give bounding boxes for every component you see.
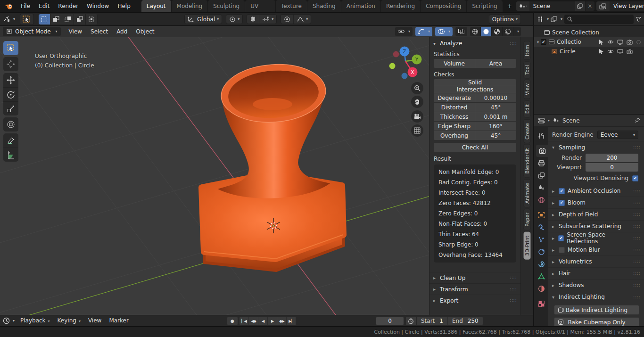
editor-type-button[interactable]: ▾ [3, 16, 15, 23]
shading-material-button[interactable] [492, 27, 503, 36]
panel-drag-handle[interactable]: ∷∷ [633, 145, 640, 150]
rotate-tool[interactable] [3, 87, 18, 101]
panel-drag-handle[interactable]: ∷∷ [633, 189, 640, 194]
shading-dropdown[interactable]: ▾ [513, 27, 521, 36]
properties-editor-type-button[interactable]: ▾ [538, 118, 550, 123]
panel-drag-handle[interactable]: ∷∷ [633, 212, 640, 217]
tab-modifier-properties[interactable] [534, 221, 548, 233]
viewport-disable-monitor-icon[interactable] [617, 49, 623, 54]
pan-view-button[interactable] [411, 96, 423, 108]
select-mode-invert-button[interactable] [74, 14, 86, 25]
proportional-falloff-dropdown[interactable]: ▾ [293, 15, 311, 24]
workspace-tab-modeling[interactable]: Modeling [172, 0, 208, 12]
use-preview-range-button[interactable] [406, 317, 416, 325]
area-button[interactable]: Area [475, 59, 516, 68]
shading-wireframe-button[interactable] [470, 27, 481, 36]
tab-paper[interactable]: Paper [524, 209, 531, 230]
check-label-button[interactable]: Overhang [434, 131, 475, 140]
timeline-menu-playback[interactable]: Playback [17, 315, 54, 327]
start-frame-field[interactable]: Start1 [417, 317, 448, 325]
check-all-button[interactable]: Check All [434, 143, 516, 152]
xray-toggle-button[interactable] [455, 27, 467, 36]
check-value-field[interactable]: 0.00010 [475, 93, 516, 102]
panel-depth-of-field[interactable]: ✔ Depth of Field ∷∷ [548, 208, 644, 220]
timeline-menu-marker[interactable]: Marker [105, 315, 132, 327]
render-engine-dropdown[interactable]: Eevee ▾ [597, 131, 638, 139]
panel-checkbox[interactable]: ✔ [558, 235, 564, 241]
blender-logo-icon[interactable] [5, 3, 13, 10]
tab-edit[interactable]: Edit [524, 100, 531, 117]
check-intersections-button[interactable]: Intersections [434, 86, 516, 93]
panel-drag-handle[interactable]: ∷∷ [633, 295, 640, 300]
menu-item[interactable]: File [17, 0, 34, 12]
select-mode-subtract-button[interactable] [62, 14, 74, 25]
workspace-tab-rendering[interactable]: Rendering [381, 0, 421, 12]
check-label-button[interactable]: Thickness [434, 112, 475, 121]
tab-object-data-properties[interactable] [534, 270, 548, 282]
viewport-samples-field[interactable]: 0 [586, 163, 638, 172]
render-disable-camera-icon[interactable] [627, 49, 633, 54]
panel-drag-handle[interactable]: ∷∷ [510, 41, 517, 46]
navigation-gizmo[interactable]: Z Y X [387, 41, 425, 81]
mode-dropdown[interactable]: Object Mode ▾ [3, 27, 61, 36]
panel-drag-handle[interactable]: ∷∷ [633, 271, 640, 276]
active-tool-button[interactable] [20, 14, 34, 25]
menu-item[interactable]: View [65, 26, 86, 37]
object-visibility-dropdown[interactable]: ▾ [395, 27, 413, 36]
workspace-tab-texture-paint[interactable]: Texture Paint [276, 0, 307, 12]
panel-transform[interactable]: ▸ Transform ∷∷ [429, 283, 520, 295]
panel-drag-handle[interactable]: ∷∷ [510, 298, 517, 303]
workspace-tab-shading[interactable]: Shading [307, 0, 341, 12]
panel-ambient-occlusion[interactable]: ✔ Ambient Occlusion ∷∷ [548, 185, 644, 197]
bake-cubemap-only-button[interactable]: Bake Cubemap Only [554, 317, 639, 326]
zoom-view-button[interactable] [411, 82, 423, 94]
play-button[interactable]: ▶ [268, 317, 277, 325]
panel-hair[interactable]: ✔ Hair ∷∷ [548, 267, 644, 279]
hide-eye-icon[interactable] [607, 40, 614, 44]
panel-drag-handle[interactable]: ∷∷ [510, 275, 517, 280]
expand-arrow-icon[interactable]: ▾ [537, 40, 539, 44]
tab-tool[interactable]: Tool [524, 61, 531, 78]
check-value-field[interactable]: 45° [475, 103, 516, 112]
scene-name-field[interactable]: Scene [529, 3, 575, 9]
analyze-panel-header[interactable]: ▾ Analyze ∷∷ [429, 37, 520, 49]
panel-shadows[interactable]: ✔ Shadows ∷∷ [548, 279, 644, 291]
timeline-menu-view[interactable]: View [84, 315, 105, 327]
outliner-search[interactable] [564, 15, 634, 24]
shading-solid-button[interactable] [481, 27, 492, 36]
tab-scene-properties[interactable] [534, 181, 548, 194]
overlays-toggle-dropdown[interactable]: ▾ [435, 27, 453, 36]
play-reverse-button[interactable]: ◀ [258, 317, 268, 325]
panel-bloom[interactable]: ✔ Bloom ∷∷ [548, 197, 644, 208]
check-value-field[interactable]: 45° [475, 131, 516, 140]
select-mode-intersect-button[interactable] [86, 14, 98, 25]
render-samples-field[interactable]: 200 [586, 154, 638, 162]
transform-orientation-dropdown[interactable]: Global ▾ [184, 14, 222, 24]
view-layer-icon[interactable] [596, 1, 610, 11]
panel-drag-handle[interactable]: ∷∷ [633, 236, 640, 241]
panel-export[interactable]: ▸ Export ∷∷ [429, 295, 520, 306]
transform-tool[interactable] [3, 117, 18, 132]
outliner-row-scene-collection[interactable]: Scene Collection [534, 28, 644, 37]
selectable-pointer-icon[interactable] [599, 49, 604, 54]
tab-create[interactable]: Create [524, 119, 531, 143]
tab-output-properties[interactable] [534, 157, 548, 169]
result-line[interactable]: Zero Faces: 42812 [434, 198, 516, 208]
new-scene-button[interactable] [575, 1, 585, 11]
panel-clean-up[interactable]: ▸ Clean Up ∷∷ [429, 272, 520, 283]
add-workspace-button[interactable]: + [503, 0, 516, 12]
result-line[interactable]: Thin Faces: 64 [434, 229, 516, 239]
tab-material-properties[interactable] [534, 282, 548, 295]
check-solid-button[interactable]: Solid [434, 79, 516, 86]
workspace-tab-uv-editing[interactable]: UV Editing [245, 0, 276, 12]
tab-tool-properties[interactable] [534, 130, 548, 142]
hide-eye-icon[interactable] [607, 49, 614, 54]
menu-item[interactable]: Add [112, 26, 132, 37]
tab-constraint-properties[interactable] [534, 258, 548, 270]
options-dropdown[interactable]: Options▾ [489, 14, 521, 24]
panel-subsurface-scattering[interactable]: ✔ Subsurface Scattering ∷∷ [548, 220, 644, 232]
unlink-scene-button[interactable]: × [585, 1, 594, 11]
result-line[interactable]: Intersect Face: 0 [434, 188, 516, 198]
search-input[interactable] [575, 16, 631, 23]
pivot-point-dropdown[interactable]: ▾ [226, 14, 243, 24]
